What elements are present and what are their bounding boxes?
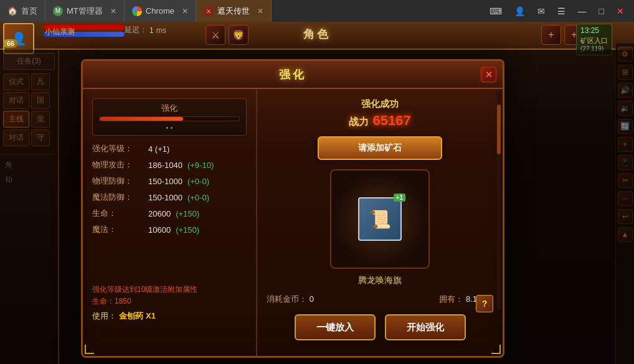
taskbar-icon-4[interactable]: ☰ <box>554 5 569 17</box>
taskbar-controls: ⌨ 👤 ✉ ☰ — □ ✕ <box>480 5 634 17</box>
tab-game-label: 遮天传世 <box>217 6 250 17</box>
dialog-close-button[interactable]: ✕ <box>481 67 496 82</box>
icon-skill1[interactable]: ⚔ <box>206 25 225 45</box>
game-topbar: 👤 66 小仙亲测 延迟： 1 ms ⚔ 🦁 角色 + + 13:25 矿区入口… <box>0 22 634 50</box>
taskbar-icon-1[interactable]: ⌨ <box>486 5 506 17</box>
stat-level-value: 4 (+1) <box>148 144 169 154</box>
use-text: 使用： <box>92 311 116 320</box>
enhance-note: 强化等级达到10级激活附加属性 生命：1850 使用： 金刨药 X1 <box>92 284 251 322</box>
stat-physdef-row: 物理防御： 150-1000 (+0-0) <box>92 175 247 187</box>
item-showcase: 📜 +1 <box>330 169 430 269</box>
progress-dots: • • <box>99 124 240 131</box>
progress-fill <box>100 117 183 121</box>
item-badge: +1 <box>394 194 405 202</box>
tab-mt[interactable]: M MT管理器 ✕ <box>45 0 125 22</box>
stat-physdef-bonus: (+0-0) <box>187 177 209 186</box>
ore-button[interactable]: 请添加矿石 <box>318 136 442 160</box>
success-text: 强化成功 <box>361 98 399 110</box>
stat-hp-label: 生命： <box>92 208 148 219</box>
stat-magicdef-row: 魔法防御： 150-1000 (+0-0) <box>92 192 247 203</box>
delay-value: 1 <box>149 26 154 35</box>
action-buttons: 一键放入 开始强化 <box>267 314 493 340</box>
dialog-scrollbar[interactable] <box>497 92 501 310</box>
use-item-name: 金刨药 X1 <box>119 311 156 320</box>
stat-magicdef-value: 150-1000 <box>148 193 182 202</box>
tab-mt-label: MT管理器 <box>67 6 103 17</box>
tab-home[interactable]: 🏠 首页 <box>0 0 45 22</box>
stat-mp-bonus: (+150) <box>176 225 199 235</box>
tab-game-close[interactable]: ✕ <box>257 7 263 16</box>
power-label: 战力 <box>349 116 369 127</box>
enhance-dialog: 强化 ✕ 强化 • • 强化等级： 4 (+1) <box>81 59 504 358</box>
map-name: 矿区入口 <box>580 36 608 45</box>
corner-bl <box>85 345 94 354</box>
stat-hp-bonus: (+150) <box>176 209 199 218</box>
close-button[interactable]: ✕ <box>613 5 628 17</box>
item-panel: 强化成功 战力 65167 请添加矿石 📜 +1 腾龙唤海 <box>257 89 503 356</box>
tab-mt-close[interactable]: ✕ <box>110 7 116 16</box>
note-line1: 强化等级达到10级激活附加属性 <box>92 284 251 296</box>
help-button[interactable]: ? <box>476 295 493 312</box>
stat-physdef-value: 150-1000 <box>148 177 182 186</box>
cost-info: 消耗金币： 0 <box>267 294 314 305</box>
cost-row: 消耗金币： 0 拥有： 8.1千万 <box>267 294 493 305</box>
stat-level-label: 强化等级： <box>92 143 148 154</box>
enhance-button[interactable]: 开始强化 <box>385 314 466 340</box>
minimize-button[interactable]: — <box>574 5 590 17</box>
scrollbar-thumb <box>497 105 501 154</box>
tab-chrome-label: Chrome <box>146 6 174 16</box>
tab-game[interactable]: ⚔ 遮天传世 ✕ <box>196 0 272 22</box>
center-title: 角色 <box>303 27 331 42</box>
stat-physatk-row: 物理攻击： 186-1040 (+9-10) <box>92 159 247 170</box>
stat-physatk-label: 物理攻击： <box>92 159 148 170</box>
item-inner-glyph: 📜 <box>369 209 391 230</box>
own-label: 拥有： <box>439 294 463 304</box>
note-line2: 生命：1850 <box>92 296 251 307</box>
dialog-body: 强化 • • 强化等级： 4 (+1) 物理攻击： 186-1040 (+9-1… <box>83 89 503 356</box>
taskbar-icon-2[interactable]: 👤 <box>511 5 529 17</box>
level-badge: 66 <box>3 39 18 48</box>
enhance-level-bar: 强化 • • <box>92 98 247 136</box>
cost-value: 0 <box>310 294 314 304</box>
stats-panel: 强化 • • 强化等级： 4 (+1) 物理攻击： 186-1040 (+9-1… <box>83 89 257 356</box>
mt-icon: M <box>53 6 63 16</box>
stat-mp-row: 魔法： 10600 (+150) <box>92 224 247 235</box>
icon-extra1[interactable]: + <box>541 25 561 45</box>
tab-chrome-close[interactable]: ✕ <box>182 7 188 16</box>
stat-hp-row: 生命： 20600 (+150) <box>92 208 247 219</box>
tab-home-label: 首页 <box>21 6 37 17</box>
item-icon: 📜 +1 <box>358 197 402 241</box>
stat-magicdef-bonus: (+0-0) <box>187 193 209 202</box>
game-area: 👤 66 小仙亲测 延迟： 1 ms ⚔ 🦁 角色 + + 13:25 矿区入口… <box>0 22 634 364</box>
enhance-section-title: 强化 <box>99 103 240 114</box>
stat-physdef-label: 物理防御： <box>92 175 148 187</box>
progress-bar <box>99 116 240 121</box>
icon-skill2[interactable]: 🦁 <box>229 25 248 45</box>
dialog-titlebar: 强化 ✕ <box>83 61 503 89</box>
power-display: 战力 65167 <box>349 113 410 129</box>
stat-mp-value: 10600 <box>148 225 171 235</box>
chrome-icon <box>132 6 142 16</box>
power-value: 65167 <box>372 113 410 128</box>
maximize-button[interactable]: □ <box>595 5 608 17</box>
topbar-icons: ⚔ 🦁 <box>206 25 248 45</box>
stat-level-row: 强化等级： 4 (+1) <box>92 143 247 154</box>
delay-label: 延迟： <box>125 25 147 35</box>
player-name: 小仙亲测 <box>45 27 75 37</box>
stat-physatk-value: 186-1040 <box>148 161 182 170</box>
stat-physatk-bonus: (+9-10) <box>187 161 214 170</box>
stat-hp-value: 20600 <box>148 209 171 218</box>
item-name: 腾龙唤海旗 <box>358 275 402 286</box>
time-display: 13:25 <box>580 26 608 36</box>
delay-info: 延迟： 1 ms <box>125 25 166 35</box>
delay-unit: ms <box>156 26 166 35</box>
tab-chrome[interactable]: Chrome ✕ <box>125 0 196 22</box>
put-button[interactable]: 一键放入 <box>295 314 376 340</box>
home-icon: 🏠 <box>7 6 17 16</box>
game-icon: ⚔ <box>204 6 214 16</box>
taskbar-icon-3[interactable]: ✉ <box>534 5 549 17</box>
stat-magicdef-label: 魔法防御： <box>92 192 148 203</box>
stat-mp-label: 魔法： <box>92 224 148 235</box>
taskbar: 🏠 首页 M MT管理器 ✕ Chrome ✕ ⚔ 遮天传世 ✕ ⌨ 👤 ✉ ☰… <box>0 0 634 22</box>
dialog-title: 强化 <box>279 67 306 82</box>
